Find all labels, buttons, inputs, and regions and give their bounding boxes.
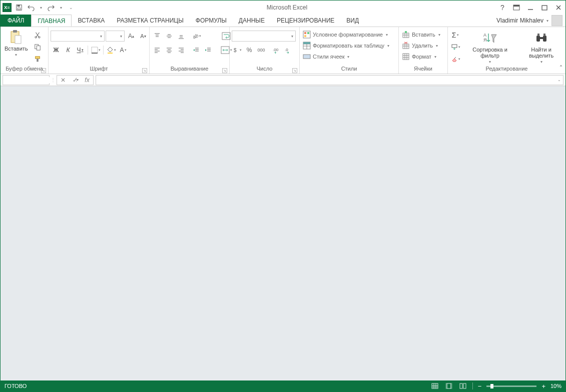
qat-customize[interactable]: ⌄ bbox=[67, 3, 76, 12]
align-top-button[interactable] bbox=[152, 31, 163, 42]
name-box[interactable]: ▾ bbox=[3, 75, 50, 85]
font-dialog-launcher[interactable]: ↘ bbox=[142, 68, 147, 73]
copy-button[interactable] bbox=[32, 42, 43, 53]
borders-button[interactable]: ▾ bbox=[90, 45, 101, 56]
align-right-button[interactable] bbox=[176, 45, 187, 56]
align-left-button[interactable] bbox=[152, 45, 163, 56]
paste-button[interactable]: Вставить ▾ bbox=[3, 29, 30, 58]
help-button[interactable]: ? bbox=[498, 4, 506, 12]
insert-function-button[interactable]: fx bbox=[81, 76, 93, 85]
format-cells-button[interactable]: Формат▾ bbox=[401, 52, 437, 62]
svg-text:.0: .0 bbox=[285, 48, 288, 52]
page-layout-view-button[interactable] bbox=[444, 382, 453, 390]
find-select-button[interactable]: Найти и выделить▾ bbox=[519, 30, 563, 65]
tab-page-layout[interactable]: РАЗМЕТКА СТРАНИЦЫ bbox=[111, 15, 190, 27]
comma-format-button[interactable]: 000 bbox=[256, 45, 267, 56]
bold-button[interactable]: Ж bbox=[51, 45, 62, 56]
app-title: Microsoft Excel bbox=[76, 4, 498, 11]
minimize-button[interactable] bbox=[526, 4, 534, 12]
fill-color-button[interactable]: ▾ bbox=[106, 45, 117, 56]
decrease-indent-button[interactable] bbox=[191, 45, 202, 56]
number-format-select[interactable]: ▾ bbox=[232, 31, 296, 42]
cancel-formula-button[interactable]: ✕ bbox=[57, 76, 69, 85]
orientation-button[interactable]: ab▾ bbox=[191, 31, 202, 42]
align-middle-button[interactable] bbox=[164, 31, 175, 42]
svg-rect-11 bbox=[15, 36, 21, 44]
tab-insert[interactable]: ВСТАВКА bbox=[72, 15, 111, 27]
save-button[interactable] bbox=[15, 3, 24, 12]
format-as-table-button[interactable]: Форматировать как таблицу▾ bbox=[302, 41, 390, 51]
tab-formulas[interactable]: ФОРМУЛЫ bbox=[190, 15, 233, 27]
delete-cells-button[interactable]: Удалить▾ bbox=[401, 41, 439, 51]
user-avatar bbox=[551, 15, 562, 26]
number-dialog-launcher[interactable]: ↘ bbox=[292, 68, 297, 73]
font-size-select[interactable]: ▾ bbox=[106, 31, 125, 42]
alignment-dialog-launcher[interactable]: ↘ bbox=[222, 68, 227, 73]
svg-rect-4 bbox=[513, 5, 519, 7]
undo-dropdown[interactable]: ▾ bbox=[39, 3, 44, 12]
zoom-slider[interactable] bbox=[486, 385, 536, 387]
font-name-select[interactable]: ▾ bbox=[51, 31, 105, 42]
italic-button[interactable]: К bbox=[63, 45, 74, 56]
tab-review[interactable]: РЕЦЕНЗИРОВАНИЕ bbox=[271, 15, 340, 27]
font-color-button[interactable]: A▾ bbox=[118, 45, 129, 56]
insert-cells-button[interactable]: Вставить▾ bbox=[401, 30, 441, 40]
align-bottom-button[interactable] bbox=[176, 31, 187, 42]
svg-rect-96 bbox=[451, 383, 452, 388]
formula-bar: ▾ ⋮ ✕ ✓ fx ⌄ bbox=[1, 74, 565, 86]
close-button[interactable] bbox=[554, 4, 562, 12]
group-label-clipboard: Буфер обмена bbox=[6, 66, 43, 72]
tab-home[interactable]: ГЛАВНАЯ bbox=[31, 15, 72, 27]
tab-file[interactable]: ФАЙЛ bbox=[1, 15, 31, 27]
format-painter-button[interactable] bbox=[32, 54, 43, 65]
sort-filter-icon: АЯ bbox=[482, 31, 497, 46]
ribbon-display-button[interactable] bbox=[512, 4, 520, 12]
undo-button[interactable] bbox=[27, 3, 36, 12]
svg-rect-10 bbox=[13, 30, 17, 33]
maximize-button[interactable] bbox=[540, 4, 548, 12]
format-cells-label: Формат bbox=[412, 54, 431, 60]
fill-button[interactable]: ▾ bbox=[450, 42, 461, 53]
svg-rect-6 bbox=[542, 6, 547, 10]
conditional-formatting-button[interactable]: Условное форматирование▾ bbox=[302, 30, 389, 40]
clear-button[interactable]: ▾ bbox=[450, 54, 461, 65]
increase-decimal-button[interactable]: .00 bbox=[271, 45, 282, 56]
group-label-cells: Ячейки bbox=[414, 66, 432, 72]
redo-dropdown[interactable]: ▾ bbox=[59, 3, 64, 12]
accounting-format-button[interactable]: $▾ bbox=[232, 45, 243, 56]
tab-view[interactable]: ВИД bbox=[340, 15, 365, 27]
svg-rect-2 bbox=[18, 8, 20, 10]
zoom-in-button[interactable]: + bbox=[541, 382, 545, 390]
cell-styles-button[interactable]: Стили ячеек▾ bbox=[302, 52, 350, 62]
user-account[interactable]: Vladimir Mikhalev ▾ bbox=[496, 15, 565, 27]
group-label-editing: Редактирование bbox=[486, 66, 528, 72]
formula-input-container: ⌄ bbox=[96, 75, 563, 85]
redo-button[interactable] bbox=[47, 3, 56, 12]
zoom-level[interactable]: 10% bbox=[550, 383, 561, 389]
page-break-view-button[interactable] bbox=[458, 382, 467, 390]
conditional-formatting-icon bbox=[303, 31, 311, 39]
binoculars-icon bbox=[534, 31, 549, 46]
tab-data[interactable]: ДАННЫЕ bbox=[233, 15, 271, 27]
normal-view-button[interactable] bbox=[430, 382, 439, 390]
svg-rect-89 bbox=[432, 383, 438, 388]
decrease-font-button[interactable]: A▾ bbox=[138, 31, 149, 42]
underline-button[interactable]: Ч▾ bbox=[75, 45, 86, 56]
increase-indent-button[interactable] bbox=[203, 45, 214, 56]
collapse-ribbon-button[interactable]: ˄ bbox=[559, 65, 562, 72]
chevron-down-icon: ▾ bbox=[15, 53, 17, 57]
percent-format-button[interactable]: % bbox=[244, 45, 255, 56]
sort-filter-button[interactable]: АЯ Сортировка и фильтр▾ bbox=[464, 30, 516, 65]
increase-font-button[interactable]: A▴ bbox=[126, 31, 137, 42]
enter-formula-button[interactable]: ✓ bbox=[69, 76, 81, 85]
zoom-out-button[interactable]: − bbox=[478, 382, 482, 390]
clipboard-dialog-launcher[interactable]: ↘ bbox=[41, 68, 46, 73]
decrease-decimal-button[interactable]: .0 bbox=[283, 45, 294, 56]
cut-button[interactable] bbox=[32, 30, 43, 41]
formula-input[interactable] bbox=[96, 77, 555, 83]
group-label-font: Шрифт bbox=[90, 66, 108, 72]
expand-formula-bar-button[interactable]: ⌄ bbox=[555, 78, 563, 82]
align-center-button[interactable] bbox=[164, 45, 175, 56]
svg-text:.00: .00 bbox=[273, 48, 279, 52]
autosum-button[interactable]: Σ▾ bbox=[450, 30, 461, 41]
